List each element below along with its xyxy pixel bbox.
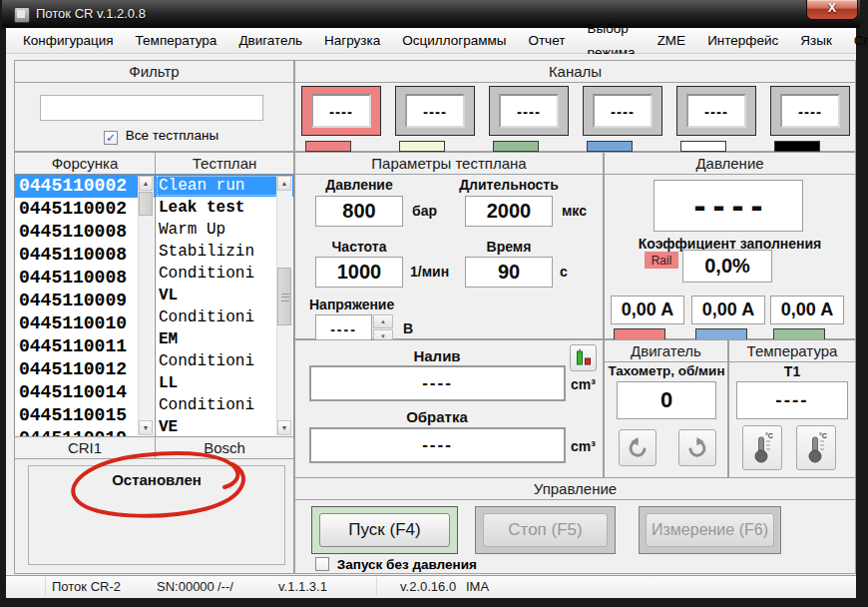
channel-6-frame[interactable]: ---- bbox=[770, 86, 850, 136]
channel-5-color-bar bbox=[680, 141, 726, 152]
spin-up-icon[interactable]: ▲ bbox=[373, 314, 393, 328]
menu-report[interactable]: Отчет bbox=[517, 29, 576, 53]
channel-4-display: ---- bbox=[593, 94, 652, 128]
injector-scrollbar-thumb[interactable] bbox=[139, 192, 153, 216]
testplan-item[interactable]: Stabilizin bbox=[156, 241, 293, 263]
testplan-scrollbar-thumb[interactable] bbox=[277, 268, 291, 325]
channels-panel-title: Каналы bbox=[295, 61, 855, 83]
measure-button[interactable]: Измерение (F6) bbox=[646, 513, 774, 547]
injector-item[interactable]: 0445110002 bbox=[15, 198, 155, 221]
channel-5-frame[interactable]: ---- bbox=[676, 86, 756, 136]
start-button[interactable]: Пуск (F4) bbox=[319, 513, 450, 547]
rotate-cw-button[interactable] bbox=[678, 429, 716, 466]
injector-list-header: Форсунка bbox=[14, 152, 156, 175]
scroll-up-icon[interactable]: ▲ bbox=[139, 176, 153, 191]
stop-button[interactable]: Стоп (F5) bbox=[483, 513, 608, 547]
checkbox-check-icon[interactable]: ✓ bbox=[104, 131, 118, 145]
injector-scrollbar[interactable]: ▲ ▼ bbox=[138, 176, 154, 435]
channel-6[interactable]: ---- bbox=[770, 86, 850, 148]
channel-2[interactable]: ---- bbox=[395, 86, 475, 148]
pressure-param-unit: бар bbox=[412, 203, 437, 219]
testplan-item[interactable]: Conditioni bbox=[156, 306, 293, 328]
testplan-item[interactable]: Conditioni bbox=[156, 350, 293, 372]
statusbar-slot: /--/ bbox=[217, 579, 233, 594]
testplan-scrollbar[interactable]: ▲ ▼ bbox=[276, 176, 292, 435]
injector-item[interactable]: 0445110008 bbox=[15, 221, 155, 244]
testplan-item[interactable]: VL bbox=[156, 285, 293, 306]
testplan-item[interactable]: Conditioni bbox=[156, 394, 293, 416]
menu-help[interactable]: Справка bbox=[843, 29, 868, 53]
menu-interface[interactable]: Интерфейс bbox=[696, 29, 789, 53]
statusbar-mode: IMA bbox=[466, 579, 489, 594]
start-without-pressure-label: Запуск без давления bbox=[337, 557, 477, 572]
channel-4-color-bar bbox=[587, 141, 633, 152]
thumb-grip-icon bbox=[281, 294, 289, 302]
return-unit: cm³ bbox=[571, 438, 596, 454]
scroll-down-icon[interactable]: ▼ bbox=[277, 420, 291, 435]
injector-item[interactable]: 0445110008 bbox=[15, 267, 155, 290]
fill-unit: cm³ bbox=[571, 376, 596, 392]
statusbar-sw-version: v.2.0.16.0 bbox=[400, 579, 456, 594]
level-gauge-icon bbox=[575, 348, 593, 368]
frequency-param-field[interactable]: 1000 bbox=[315, 257, 403, 288]
menu-temperature[interactable]: Температура bbox=[125, 29, 228, 53]
time-param-field[interactable]: 90 bbox=[465, 257, 553, 288]
channel-1-color-bar bbox=[305, 141, 351, 152]
scroll-down-icon[interactable]: ▼ bbox=[139, 420, 153, 435]
channel-1-frame[interactable]: ---- bbox=[301, 86, 381, 136]
testplan-item[interactable]: Clean run bbox=[156, 175, 293, 197]
menu-engine[interactable]: Двигатель bbox=[227, 29, 313, 53]
channel-3[interactable]: ---- bbox=[489, 86, 569, 148]
close-button[interactable]: X bbox=[806, 0, 858, 20]
injector-item[interactable]: 0445110015 bbox=[15, 404, 155, 427]
injector-item[interactable]: 0445110012 bbox=[15, 358, 155, 381]
menu-configuration[interactable]: Конфигурация bbox=[12, 29, 125, 53]
frequency-param-unit: 1/мин bbox=[410, 264, 449, 280]
thermometer-button-1[interactable]: °C bbox=[742, 425, 782, 470]
injector-item[interactable]: 0445110002 bbox=[15, 175, 155, 198]
return-value-display: ---- bbox=[309, 427, 566, 463]
level-gauge-button[interactable] bbox=[570, 344, 597, 371]
start-without-pressure-checkbox[interactable]: Запуск без давления bbox=[315, 557, 477, 572]
testplan-item[interactable]: Conditioni bbox=[156, 263, 293, 285]
pressure-param-field[interactable]: 800 bbox=[315, 196, 403, 227]
channel-3-display: ---- bbox=[499, 94, 559, 128]
statusbar-device-name: Поток CR-2 bbox=[52, 579, 121, 594]
injector-item[interactable]: 0445110008 bbox=[15, 244, 155, 267]
menu-language[interactable]: Язык bbox=[789, 29, 843, 53]
menu-zme[interactable]: ZME bbox=[647, 29, 697, 53]
menu-oscillograms[interactable]: Осциллограммы bbox=[391, 29, 517, 53]
filter-panel-title: Фильтр bbox=[15, 61, 293, 83]
channel-4-frame[interactable]: ---- bbox=[583, 86, 662, 136]
injector-item[interactable]: 0445110009 bbox=[15, 290, 155, 312]
testplan-item[interactable]: LL bbox=[156, 372, 293, 394]
t1-label: T1 bbox=[728, 363, 856, 379]
injector-item[interactable]: 0445110011 bbox=[15, 335, 155, 358]
channel-4[interactable]: ---- bbox=[583, 86, 662, 148]
filter-input[interactable] bbox=[40, 95, 263, 121]
checkbox-empty-icon[interactable] bbox=[315, 557, 329, 571]
testplan-item[interactable]: Warm Up bbox=[156, 219, 293, 241]
channel-3-frame[interactable]: ---- bbox=[489, 86, 569, 136]
annotation-stroke bbox=[73, 453, 243, 516]
rotate-ccw-button[interactable] bbox=[619, 429, 656, 466]
testplan-item[interactable]: VE bbox=[156, 416, 293, 437]
all-testplans-checkbox[interactable]: ✓ Все тестпланы bbox=[104, 128, 218, 145]
scroll-up-icon[interactable]: ▲ bbox=[277, 176, 291, 191]
fill-label: Налив bbox=[337, 347, 537, 364]
thermometer-button-2[interactable]: °C bbox=[796, 425, 836, 470]
statusbar-serial: SN:00000 bbox=[157, 579, 215, 594]
testplan-item[interactable]: EM bbox=[156, 328, 293, 350]
channel-2-frame[interactable]: ---- bbox=[395, 86, 475, 136]
channel-1[interactable]: ---- bbox=[301, 86, 381, 148]
testplan-params-title: Параметры тестплана bbox=[295, 153, 603, 175]
svg-text:°C: °C bbox=[819, 432, 827, 439]
channel-5[interactable]: ---- bbox=[676, 86, 756, 148]
menu-load[interactable]: Нагрузка bbox=[313, 29, 391, 53]
injector-item[interactable]: 0445110014 bbox=[15, 381, 155, 404]
injector-item[interactable]: 0445110010 bbox=[15, 312, 155, 335]
testplan-item[interactable]: Leak test bbox=[156, 197, 293, 219]
app-icon bbox=[14, 7, 30, 23]
duration-param-field[interactable]: 2000 bbox=[465, 196, 553, 227]
temperature-panel-title: Температура bbox=[729, 340, 855, 362]
